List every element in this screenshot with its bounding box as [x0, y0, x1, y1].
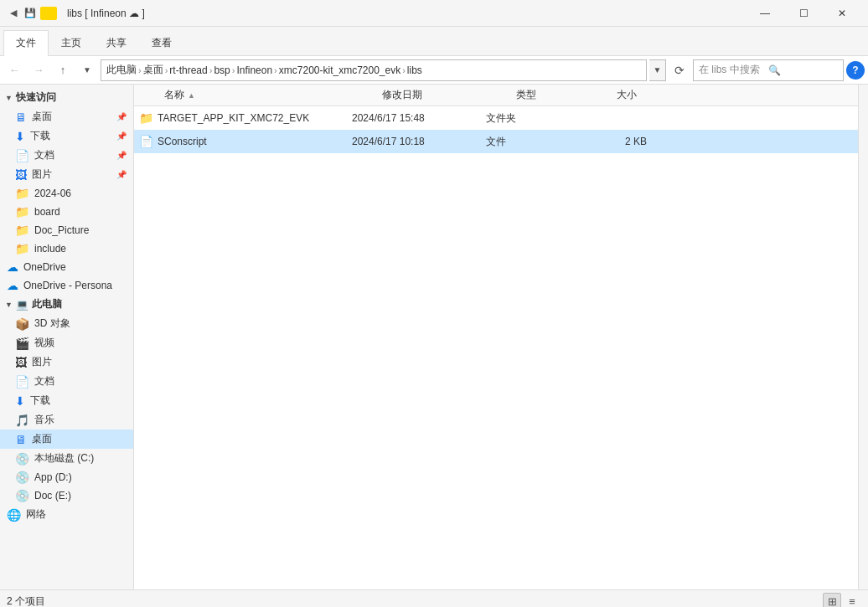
pin-icon: 📌	[116, 112, 127, 121]
sidebar-item-desktop[interactable]: 🖥 桌面	[0, 430, 133, 449]
search-box[interactable]: 在 libs 中搜索 🔍	[693, 59, 844, 81]
sidebar-item-include[interactable]: 📁 include	[0, 239, 133, 258]
up-button[interactable]: ↑	[52, 59, 74, 81]
window-controls: — ☐ ✕	[746, 0, 861, 27]
pic-icon: 🖼	[15, 168, 27, 182]
music-icon: 🎵	[15, 414, 29, 427]
sidebar-item-doc-picture[interactable]: 📁 Doc_Picture	[0, 221, 133, 239]
file-date: 2024/6/17 15:48	[352, 112, 486, 124]
file-type: 文件夹	[486, 111, 586, 126]
sidebar-item-doc-quick[interactable]: 📄 文档 📌	[0, 146, 133, 165]
path-desktop: 桌面	[143, 63, 163, 77]
drive-icon: 💿	[15, 452, 29, 466]
col-header-type[interactable]: 类型	[509, 85, 610, 105]
tab-view[interactable]: 查看	[139, 30, 184, 55]
col-type-label: 类型	[516, 88, 536, 102]
sidebar-item-label: include	[34, 243, 66, 255]
pin-icon: 📌	[116, 131, 127, 141]
sidebar-item-label: Doc_Picture	[34, 224, 89, 236]
folder-icon: 📁	[15, 224, 29, 237]
file-size: 2 KB	[586, 136, 654, 147]
path-bsp: bsp	[214, 64, 230, 76]
this-pc-header[interactable]: ▼ 💻 此电脑	[0, 295, 133, 314]
doc-icon: 📄	[15, 375, 29, 388]
col-size-label: 大小	[617, 88, 637, 102]
sidebar-item-2024-06[interactable]: 📁 2024-06	[0, 184, 133, 203]
sidebar-item-label: board	[34, 206, 60, 218]
address-path[interactable]: 此电脑 › 桌面 › rt-thread › bsp › Infineon › …	[101, 59, 647, 81]
sidebar-item-board[interactable]: 📁 board	[0, 203, 133, 221]
file-row-folder[interactable]: 📁 TARGET_APP_KIT_XMC72_EVK 2024/6/17 15:…	[134, 106, 858, 130]
sidebar-item-drive-d[interactable]: 💿 App (D:)	[0, 468, 133, 486]
sidebar-item-drive-e[interactable]: 💿 Doc (E:)	[0, 486, 133, 505]
title-minimize-icon: ◀	[7, 7, 20, 20]
folder-icon: 📁	[15, 187, 29, 200]
this-pc-label: 💻	[16, 299, 28, 311]
col-header-size[interactable]: 大小	[610, 85, 677, 105]
close-button[interactable]: ✕	[823, 0, 861, 27]
network-icon: 🌐	[7, 508, 21, 522]
sidebar-item-label: Doc (E:)	[34, 490, 71, 502]
sidebar-item-pic-quick[interactable]: 🖼 图片 📌	[0, 165, 133, 184]
sidebar-item-label: 文档	[34, 148, 54, 162]
pin-icon: 📌	[116, 170, 127, 179]
sidebar-item-music[interactable]: 🎵 音乐	[0, 410, 133, 430]
spacer	[134, 85, 158, 105]
col-header-date[interactable]: 修改日期	[375, 85, 509, 105]
window-title: libs [ Infineon ☁ ]	[67, 8, 746, 19]
sidebar: ▼ 快速访问 🖥 桌面 📌 ⬇ 下载 📌 📄 文档 📌 🖼 图片 📌 📁 202…	[0, 85, 134, 589]
sidebar-item-label: 桌面	[32, 110, 52, 124]
sidebar-item-doc[interactable]: 📄 文档	[0, 372, 133, 391]
scrollbar	[858, 85, 868, 589]
tab-home[interactable]: 主页	[49, 30, 94, 55]
tab-file[interactable]: 文件	[3, 30, 49, 56]
quick-access-header[interactable]: ▼ 快速访问	[0, 88, 133, 107]
minimize-button[interactable]: —	[746, 0, 784, 27]
back-button[interactable]: ←	[3, 59, 25, 81]
path-libs: libs	[407, 64, 422, 76]
sidebar-item-download-quick[interactable]: ⬇ 下载 📌	[0, 126, 133, 146]
grid-view-button[interactable]: ⊞	[823, 593, 841, 608]
sidebar-item-video[interactable]: 🎬 视频	[0, 333, 133, 352]
col-header-name[interactable]: 名称 ▲	[158, 85, 375, 105]
file-row-sconscript[interactable]: 📄 SConscript 2024/6/17 10:18 文件 2 KB	[134, 130, 858, 153]
sidebar-item-onedrive-personal[interactable]: ☁ OneDrive - Persona	[0, 276, 133, 295]
pin-icon: 📌	[116, 151, 127, 160]
address-bar: ← → ↑ ▼ 此电脑 › 桌面 › rt-thread › bsp › Inf…	[0, 56, 868, 85]
file-date: 2024/6/17 10:18	[352, 136, 486, 147]
col-name-label: 名称	[164, 88, 184, 102]
sidebar-item-label: 文档	[34, 374, 54, 388]
desktop-icon: 🖥	[15, 111, 27, 124]
title-save-icon: 💾	[23, 7, 37, 20]
address-dropdown-button[interactable]: ▼	[649, 59, 666, 81]
refresh-button[interactable]: ⟳	[669, 59, 690, 81]
sidebar-item-pic[interactable]: 🖼 图片	[0, 352, 133, 372]
help-button[interactable]: ?	[846, 61, 865, 80]
main-layout: ▼ 快速访问 🖥 桌面 📌 ⬇ 下载 📌 📄 文档 📌 🖼 图片 📌 📁 202…	[0, 85, 868, 589]
sidebar-item-label: 3D 对象	[34, 316, 70, 331]
title-folder-icon	[40, 7, 57, 20]
sidebar-item-label: App (D:)	[34, 471, 72, 483]
desktop-icon: 🖥	[15, 433, 27, 446]
ribbon-tab-list: 文件 主页 共享 查看	[0, 27, 868, 55]
sidebar-item-label: 2024-06	[34, 188, 71, 199]
tab-share[interactable]: 共享	[94, 30, 139, 55]
file-type: 文件	[486, 135, 586, 149]
maximize-button[interactable]: ☐	[784, 0, 823, 27]
view-buttons: ⊞ ≡	[823, 593, 861, 608]
sidebar-item-3d[interactable]: 📦 3D 对象	[0, 314, 133, 333]
sidebar-item-desktop-quick[interactable]: 🖥 桌面 📌	[0, 107, 133, 126]
content-area: 名称 ▲ 修改日期 类型 大小 📁 TARGET_APP_KIT_XMC72_E…	[134, 85, 858, 589]
sidebar-item-drive-c[interactable]: 💿 本地磁盘 (C:)	[0, 449, 133, 468]
sidebar-item-network[interactable]: 🌐 网络	[0, 505, 133, 524]
sidebar-item-onedrive[interactable]: ☁ OneDrive	[0, 258, 133, 276]
recent-button[interactable]: ▼	[76, 59, 98, 81]
forward-button[interactable]: →	[28, 59, 49, 81]
sidebar-item-label: 网络	[26, 507, 46, 522]
3d-icon: 📦	[15, 317, 29, 331]
onedrive-icon: ☁	[7, 260, 18, 274]
sidebar-item-label: 图片	[32, 167, 52, 182]
sidebar-item-download[interactable]: ⬇ 下载	[0, 391, 133, 410]
list-view-button[interactable]: ≡	[843, 593, 861, 608]
folder-icon: 📁	[15, 242, 29, 255]
